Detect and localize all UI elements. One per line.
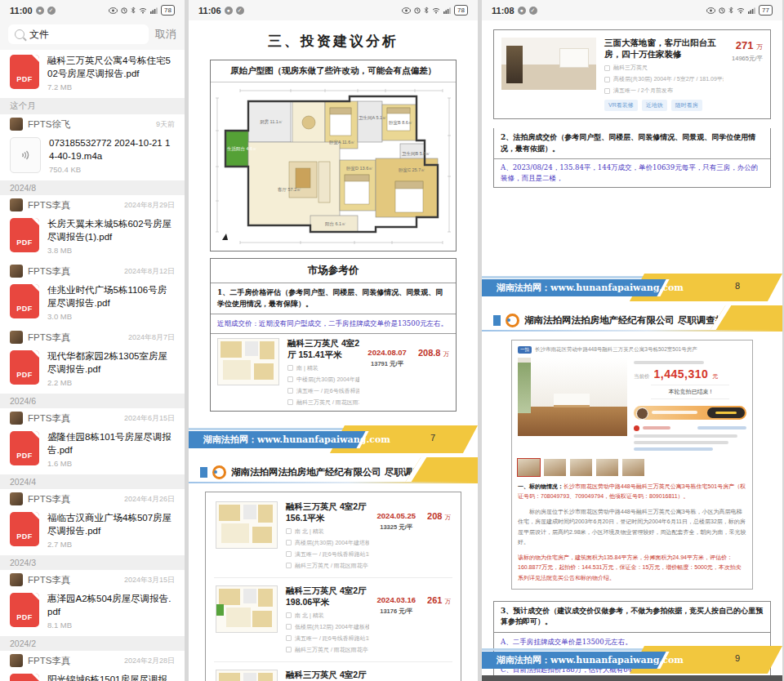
auction-price-table: 2、法拍房成交价（参考同户型、同楼层、同装修情况、同景观、同学位使用情况，最有依…: [493, 128, 771, 188]
file-item-pdf[interactable]: PDF 盛隆佳园8栋101号房屋尽调报告.pdf 1.6 MB: [0, 426, 185, 474]
listing-detail: 高楼层(共30层) 2004年 / 5室2厅 / 181.09平米 / 南 北: [604, 75, 724, 83]
yellow-ribbon: [406, 457, 478, 482]
sender-name: FPTS李真: [28, 332, 123, 344]
sender-row: FPTS徐飞 9天前: [0, 114, 185, 132]
file-item-pdf[interactable]: PDF 福临古汉商业广场4栋507房屋尽调报告.pdf 2.7 MB: [0, 507, 185, 555]
listing-title: 三面大落地窗，客厅出阳台五房，四十万住家装修: [604, 38, 724, 60]
consultant-avatar: [636, 407, 648, 420]
date-section-header: 2024/3: [0, 555, 185, 570]
cancel-button[interactable]: 取消: [155, 27, 176, 42]
avatar: [10, 118, 23, 131]
file-name: 佳兆业时代广场5栋1106号房屋尽调报告.pdf: [47, 284, 175, 309]
listing-row: 融科三万英尺 4室2厅 156.1平米 南 北 | 精装 高楼层(共30层) 2…: [214, 494, 452, 577]
listing-detail: 融科三万英尺 / 雨花区雨花亭: [286, 562, 369, 570]
orange-ring-icon: [506, 314, 519, 327]
file-item-pdf[interactable]: PDF 佳兆业时代广场5栋1106号房屋尽调报告.pdf 3.0 MB: [0, 279, 185, 327]
price-label: 当前价: [634, 373, 650, 381]
deal-listings: 融科三万英尺 4室2厅 156.1平米 南 北 | 精装 高楼层(共30层) 2…: [205, 492, 461, 681]
thumbnail[interactable]: [596, 459, 618, 476]
thumbnail[interactable]: [544, 459, 566, 476]
sender-name: FPTS李真: [28, 655, 119, 667]
file-item-audio[interactable]: 073185532772 2024-10-21 14-40-19.m4a 750…: [0, 132, 185, 180]
listing-thumbnail: [216, 670, 278, 681]
valuation-paragraph: 该标的物为住宅房产，建筑面积为135.84平方米，分摊面积为24.94平方米，评…: [518, 553, 746, 583]
consultant-chat-bar[interactable]: [634, 406, 746, 420]
sender-row: FPTS李真 2024年8月12日: [0, 261, 185, 279]
search-icon: [15, 29, 24, 39]
pdf-icon: PDF: [10, 55, 39, 89]
thumbnail[interactable]: [570, 459, 592, 476]
market-price-table: 市场参考价 1、二手房价格评估（参考同户型、同楼层、同装修情况、同景观、同学位使…: [210, 258, 457, 412]
placeholder-text-bar: [634, 441, 728, 444]
date-section-header: 2024/2: [0, 636, 185, 651]
listing-tag: 随时看房: [671, 100, 702, 111]
banner-blue-shape: 湖南法拍网：www.hunanfapaiwang.com: [482, 279, 666, 296]
shield-check-icon: ✓: [47, 7, 56, 15]
chat-button[interactable]: [707, 407, 745, 418]
clock-time: 11:00: [10, 6, 33, 16]
deal-date: 2024.03.16: [377, 595, 416, 604]
bottom-dark-strip: [482, 675, 782, 681]
wifi-icon: [432, 7, 440, 14]
featured-listing: 融科三万英尺 4室2厅 151.41平米 南 | 精装 中楼层(共30层) 20…: [211, 333, 456, 411]
svg-text:卧室A 11.6㎡: 卧室A 11.6㎡: [329, 140, 355, 145]
thumbnail[interactable]: [622, 459, 644, 476]
thumbnail[interactable]: [518, 459, 540, 476]
file-name: 阳光锦城6栋1501房屋尽调报告.pdf: [47, 674, 175, 681]
sender-row: FPTS李真 2024年6月15日: [0, 408, 185, 426]
status-bar: 11:00 ● ✓ 78: [0, 0, 185, 20]
listing-detail: 满五唯一 / 距6号线香樟路站1km: [286, 550, 369, 559]
svg-text:卧室B 8.6㎡: 卧室B 8.6㎡: [389, 120, 412, 125]
sent-date: 2024年3月15日: [124, 575, 175, 585]
date-section-header: 2024/8: [0, 180, 185, 195]
svg-text:卫生间A 5.1㎡: 卫生间A 5.1㎡: [359, 115, 387, 121]
battery-icon: 78: [161, 5, 175, 16]
sender-name: FPTS李真: [28, 493, 119, 505]
search-input[interactable]: 文件: [8, 24, 149, 44]
listing-tag: VR看装修: [604, 100, 638, 111]
listing-title: 融科三万英尺 4室2厅 156.1平米: [286, 501, 369, 524]
status-icons: 78: [402, 5, 468, 16]
site-url: 湖南法拍网：www.hunanfapaiwang.com: [189, 431, 361, 448]
listing-thumbnail: [216, 585, 278, 633]
floorplan-image: 厨房 11.1㎡ 生活阳台 4.6㎡ 客厅 57.2㎡ 卧室A 11.6㎡ 卫生…: [211, 82, 456, 251]
wifi-icon: [737, 7, 745, 14]
chat-text-bar: [652, 411, 697, 414]
report-page-8: 11:08 ● ✓ 77 三面大落地窗，客厅出阳台五房，四十万住家装修 融科三万…: [482, 0, 782, 681]
listing-detail: 融科三万英尺 / 雨花区雨花亭: [287, 398, 359, 407]
yellow-ribbon: [710, 305, 782, 330]
placeholder-text-bar: [634, 434, 737, 438]
pdf-icon: PDF: [10, 674, 39, 681]
stats-bar: [697, 426, 746, 430]
total-price: 261: [427, 595, 442, 605]
file-name: 融科三万英尺公寓4号栋住宅502号房屋尽调报告.pdf: [47, 55, 175, 80]
signal-icon: [443, 7, 451, 14]
brand-logo-icon: [634, 425, 639, 431]
file-list: PDF 融科三万英尺公寓4号栋住宅502号房屋尽调报告.pdf 7.2 MB 这…: [0, 50, 185, 681]
pdf-icon: PDF: [10, 512, 39, 546]
sent-date: 2024年4月26日: [124, 494, 175, 505]
deal-date: 2024.05.25: [377, 511, 416, 520]
listing-photo: [501, 38, 596, 90]
item3-line: 3、预计成交价（建议成交价仅做参考，不做为参拍依据，竞买人按自己的心里预算参拍即…: [494, 602, 770, 632]
auction-photo: [518, 358, 627, 436]
avatar: [10, 331, 23, 344]
file-size: 7.2 MB: [47, 82, 175, 91]
floorplan-svg: 厨房 11.1㎡ 生活阳台 4.6㎡ 客厅 57.2㎡ 卧室A 11.6㎡ 卫生…: [211, 82, 456, 251]
file-item-pdf[interactable]: PDF 融科三万英尺公寓4号栋住宅502号房屋尽调报告.pdf 7.2 MB: [0, 50, 185, 98]
file-item-pdf[interactable]: PDF 惠泽园A2栋504房屋尽调报告.pdf 8.1 MB: [0, 588, 185, 636]
status-bar: 11:08 ● ✓ 77: [482, 0, 782, 20]
avatar: [10, 654, 23, 667]
avatar: [10, 573, 23, 586]
banner-blue-shape: 湖南法拍网：www.hunanfapaiwang.com: [482, 652, 666, 669]
wifi-icon: [139, 7, 147, 14]
pdf-icon: PDF: [10, 431, 39, 465]
listing-detail: 低楼层(共12层) 2004年建板楼: [286, 623, 369, 631]
file-item-pdf[interactable]: PDF 现代华都家园2栋1305室房屋尽调报告.pdf 2.2 MB: [0, 345, 185, 394]
file-item-pdf[interactable]: PDF 长房天翼未来城5栋602号房屋尽调报告(1).pdf 3.8 MB: [0, 213, 185, 261]
listing-detail: 满五唯一 / 距6号线香樟路站1km: [287, 387, 359, 395]
file-item-pdf[interactable]: PDF 阳光锦城6栋1501房屋尽调报告.pdf 1.4 MB: [0, 669, 185, 681]
avatar: [10, 492, 23, 505]
footer-banner: 7 湖南法拍网：www.hunanfapaiwang.com: [189, 430, 478, 451]
eye-icon: [706, 7, 715, 14]
